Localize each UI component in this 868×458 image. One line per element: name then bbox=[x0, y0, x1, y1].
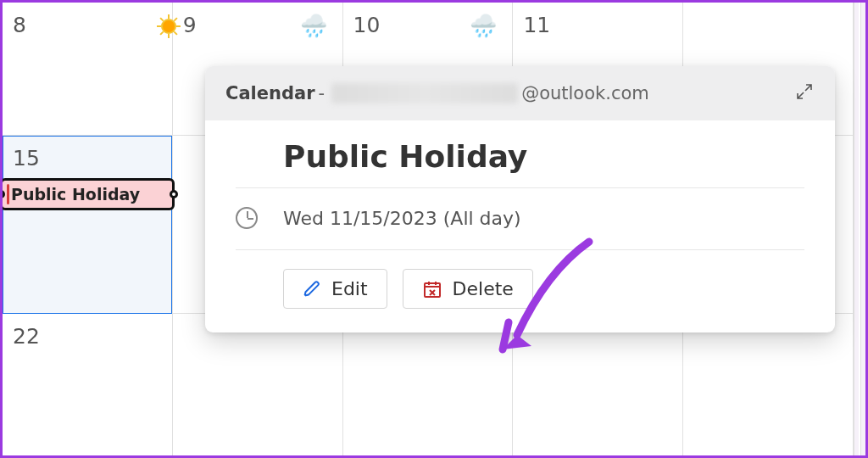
delete-button[interactable]: Delete bbox=[403, 269, 533, 309]
edge-strip bbox=[854, 3, 865, 455]
pencil-icon bbox=[303, 280, 321, 299]
clock-icon bbox=[236, 207, 258, 229]
divider bbox=[236, 187, 804, 188]
rain-icon: 🌧️ bbox=[300, 14, 327, 36]
email-domain: @outlook.com bbox=[521, 83, 649, 103]
edit-button[interactable]: Edit bbox=[283, 269, 387, 309]
day-number: 22 bbox=[13, 324, 40, 349]
day-cell-8[interactable]: 8 bbox=[3, 3, 172, 136]
day-number: 11 bbox=[523, 13, 550, 37]
event-details-popup: Calendar - @outlook.com Public Holiday W… bbox=[205, 66, 835, 332]
svg-rect-0 bbox=[425, 283, 440, 297]
event-datetime: Wed 11/15/2023 (All day) bbox=[283, 208, 521, 229]
rain-icon: 🌧️ bbox=[470, 14, 497, 36]
day-number: 10 bbox=[353, 13, 381, 37]
day-number: 15 bbox=[13, 146, 40, 170]
popup-header: Calendar - @outlook.com bbox=[205, 66, 835, 120]
day-cell[interactable] bbox=[343, 314, 513, 455]
day-cell[interactable] bbox=[173, 314, 342, 455]
day-number: 9 bbox=[183, 13, 197, 37]
day-cell-22[interactable]: 22 bbox=[3, 314, 172, 455]
event-label: Public Holiday bbox=[11, 185, 140, 204]
calendar-name: Calendar bbox=[225, 83, 315, 103]
expand-button[interactable] bbox=[794, 81, 815, 105]
day-cell-15[interactable]: 15 Public Holiday bbox=[3, 136, 172, 314]
email-redacted bbox=[331, 83, 518, 103]
calendar-delete-icon bbox=[422, 279, 442, 299]
delete-label: Delete bbox=[453, 278, 514, 299]
edit-label: Edit bbox=[331, 278, 368, 299]
day-cell[interactable] bbox=[513, 314, 682, 455]
day-number: 8 bbox=[13, 13, 26, 37]
separator: - bbox=[319, 83, 326, 103]
event-chip-public-holiday[interactable]: Public Holiday bbox=[0, 178, 175, 210]
resize-handle-left[interactable] bbox=[0, 190, 5, 198]
divider bbox=[236, 249, 804, 250]
day-cell[interactable] bbox=[683, 314, 853, 455]
event-title: Public Holiday bbox=[283, 139, 804, 174]
